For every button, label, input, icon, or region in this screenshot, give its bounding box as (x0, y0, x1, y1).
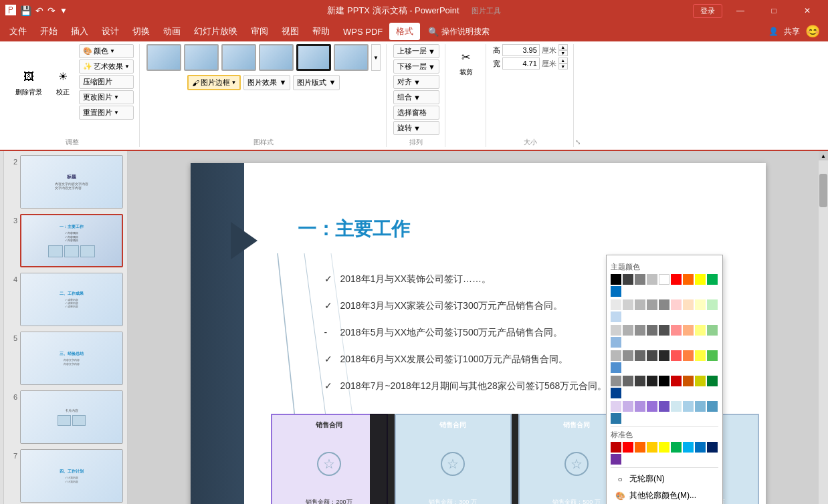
slide-2-thumbnail[interactable]: 标题 内容文字内容文字内容文字内容文字内容 (20, 155, 123, 209)
tc-24[interactable] (647, 350, 657, 361)
menu-transition[interactable]: 切换 (126, 23, 157, 40)
maximize-button[interactable]: □ (758, 0, 789, 21)
sc-1[interactable] (611, 442, 621, 453)
pic-border-button[interactable]: 🖌 图片边框 ▼ (187, 75, 241, 90)
tc-1[interactable] (611, 299, 621, 310)
color-green[interactable] (707, 274, 718, 285)
scroll-track[interactable] (819, 160, 828, 504)
sc-2[interactable] (623, 442, 633, 453)
close-button[interactable]: ✕ (792, 0, 823, 21)
slide-thumb-4[interactable]: 4 二、工作成果 ✓ 成果内容✓ 成果内容✓ 成果内容 (7, 271, 124, 328)
tc-22[interactable] (623, 350, 633, 361)
tc-37[interactable] (683, 376, 694, 386)
tc-12[interactable] (623, 325, 633, 336)
height-down-button[interactable]: ▼ (558, 50, 568, 56)
menu-format[interactable]: 格式 (389, 23, 420, 40)
sc-5[interactable] (659, 442, 669, 453)
tc-40[interactable] (611, 388, 621, 398)
tc-18[interactable] (695, 325, 706, 336)
quick-access-undo[interactable]: ↶ (35, 5, 43, 16)
change-pic-button[interactable]: 更改图片 ▼ (79, 90, 134, 104)
scroll-up-button[interactable]: ▲ (819, 151, 828, 160)
menu-help[interactable]: 帮助 (306, 23, 336, 40)
tc-8[interactable] (695, 299, 706, 310)
no-border-item[interactable]: ○ 无轮廓(N) (611, 471, 718, 487)
more-colors-item[interactable]: 🎨 其他轮廓颜色(M)... (611, 487, 718, 504)
tc-41[interactable] (611, 401, 621, 412)
menu-animation[interactable]: 动画 (157, 23, 187, 40)
compress-button[interactable]: 压缩图片 (79, 75, 134, 89)
menu-view[interactable]: 视图 (275, 23, 306, 40)
pic-style-1[interactable] (146, 44, 181, 71)
tc-42[interactable] (623, 401, 633, 412)
width-spinner[interactable]: ▲ ▼ (558, 57, 568, 70)
tc-32[interactable] (623, 376, 633, 386)
tc-49[interactable] (707, 401, 718, 412)
color-button[interactable]: 🎨 颜色 ▼ (79, 44, 134, 58)
sc-10[interactable] (611, 454, 621, 465)
tc-45[interactable] (659, 401, 669, 412)
quick-access-save[interactable]: 💾 (20, 5, 31, 16)
size-dialog-launcher[interactable]: ⤡ (575, 138, 581, 146)
color-white[interactable] (659, 274, 669, 285)
menu-insert[interactable]: 插入 (64, 23, 95, 40)
tc-20[interactable] (611, 337, 621, 348)
tc-6[interactable] (671, 299, 682, 310)
tc-4[interactable] (647, 299, 657, 310)
tc-27[interactable] (683, 350, 694, 361)
pic-style-5[interactable] (296, 44, 331, 71)
slide-thumb-3[interactable]: 3 一：主要工作 ✓ 内容项目✓ 内容项目✓ 内容项目 (7, 213, 124, 269)
width-down-button[interactable]: ▼ (558, 64, 568, 70)
slide-5-thumbnail[interactable]: 三、经验总结 内容文字内容内容文字内容 (20, 332, 123, 385)
tc-34[interactable] (647, 376, 657, 386)
slide-thumb-6[interactable]: 6 卡片内容 (7, 389, 124, 445)
tc-17[interactable] (683, 325, 694, 336)
sc-6[interactable] (671, 442, 682, 453)
right-scrollbar[interactable]: ▲ ▼ (819, 151, 828, 504)
tc-33[interactable] (635, 376, 645, 386)
tc-30[interactable] (611, 362, 621, 373)
tc-14[interactable] (647, 325, 657, 336)
rotate-button[interactable]: 旋转 ▼ (393, 121, 439, 135)
height-spinner[interactable]: ▲ ▼ (558, 44, 568, 56)
pic-style-3[interactable] (221, 44, 256, 71)
bring-front-button[interactable]: 上移一层 ▼ (393, 44, 439, 58)
menu-slideshow[interactable]: 幻灯片放映 (187, 23, 244, 40)
tc-23[interactable] (635, 350, 645, 361)
pic-style-6[interactable] (334, 44, 369, 71)
color-light-gray[interactable] (647, 274, 657, 285)
tc-21[interactable] (611, 350, 621, 361)
slide-4-thumbnail[interactable]: 二、工作成果 ✓ 成果内容✓ 成果内容✓ 成果内容 (20, 273, 123, 326)
menu-start[interactable]: 开始 (33, 23, 64, 40)
slide-thumb-7[interactable]: 7 四、工作计划 ✓ 计划内容✓ 计划内容 (7, 448, 124, 504)
sc-9[interactable] (707, 442, 718, 453)
tc-48[interactable] (695, 401, 706, 412)
menu-wps-pdf[interactable]: WPS PDF (336, 24, 389, 39)
tc-11[interactable] (611, 325, 621, 336)
quick-access-expand[interactable]: ▼ (60, 6, 68, 15)
tc-13[interactable] (635, 325, 645, 336)
tc-25[interactable] (659, 350, 669, 361)
select-pane-button[interactable]: 选择窗格 (393, 106, 439, 120)
color-gray[interactable] (635, 274, 645, 285)
tc-28[interactable] (695, 350, 706, 361)
tc-44[interactable] (647, 401, 657, 412)
pic-layout-button[interactable]: 图片版式 ▼ (293, 75, 340, 90)
art-effect-button[interactable]: ✨ 艺术效果 ▼ (79, 59, 134, 74)
pic-effect-button[interactable]: 图片效果 ▼ (243, 75, 290, 90)
width-up-button[interactable]: ▲ (558, 57, 568, 64)
tc-50[interactable] (611, 413, 621, 424)
tc-26[interactable] (671, 350, 682, 361)
group-button[interactable]: 组合 ▼ (393, 90, 439, 104)
pic-style-dropdown[interactable]: ▼ (371, 44, 381, 71)
tc-38[interactable] (695, 376, 706, 386)
sc-4[interactable] (647, 442, 657, 453)
sc-7[interactable] (683, 442, 694, 453)
scroll-handle[interactable] (819, 174, 827, 207)
tc-47[interactable] (683, 401, 694, 412)
quick-access-redo[interactable]: ↷ (47, 5, 56, 16)
tc-19[interactable] (707, 325, 718, 336)
slide-6-thumbnail[interactable]: 卡片内容 (20, 390, 123, 444)
slide-7-thumbnail[interactable]: 四、工作计划 ✓ 计划内容✓ 计划内容 (20, 449, 123, 503)
tc-43[interactable] (635, 401, 645, 412)
